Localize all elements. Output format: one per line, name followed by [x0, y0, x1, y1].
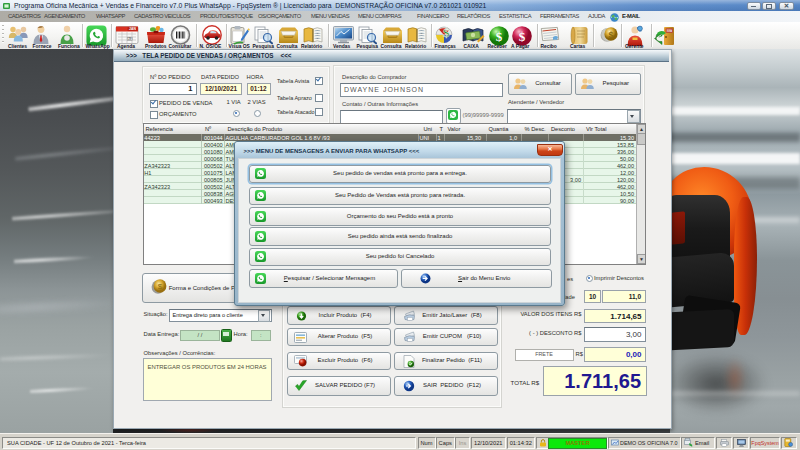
svg-text:$: $ [495, 29, 502, 44]
svg-text:$: $ [443, 25, 450, 40]
svg-text:$: $ [608, 30, 613, 40]
svg-text:EXIT: EXIT [666, 29, 672, 33]
svg-text:JAN: JAN [129, 27, 136, 31]
svg-text:$: $ [519, 29, 526, 44]
svg-text:29: 29 [128, 37, 132, 41]
